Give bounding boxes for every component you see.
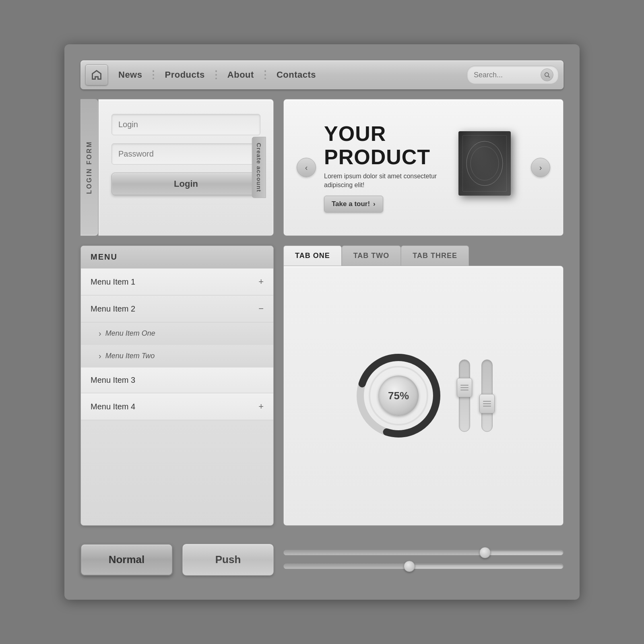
menu-item-1-label: Menu Item 1	[91, 277, 135, 287]
nav-news[interactable]: News	[111, 70, 149, 80]
next-arrow[interactable]: ›	[531, 158, 550, 177]
thumb-line-1	[460, 385, 469, 386]
nav-separator-2	[215, 68, 217, 81]
product-box-image	[458, 131, 523, 204]
h-slider-1-fill	[284, 550, 485, 555]
banner-text: YOUR PRODUCT Lorem ipsum dolor sit amet …	[324, 122, 449, 212]
nav-about[interactable]: About	[220, 70, 261, 80]
search-input[interactable]	[474, 71, 538, 79]
password-input[interactable]	[111, 143, 260, 165]
nav-contacts[interactable]: Contacts	[269, 70, 323, 80]
menu-item-2[interactable]: Menu Item 2 −	[81, 295, 273, 322]
vertical-slider-1-track[interactable]	[459, 359, 470, 432]
home-button[interactable]	[85, 64, 108, 85]
thumb-line-6	[483, 406, 491, 407]
create-account-tab[interactable]: Create account	[252, 137, 266, 198]
banner-title: YOUR PRODUCT	[324, 122, 449, 168]
vertical-slider-1-thumb[interactable]	[457, 378, 472, 397]
login-wrapper: LOGIN FORM Login Create account	[80, 99, 274, 236]
thumb-line-4	[483, 401, 491, 402]
vertical-slider-2-track[interactable]	[481, 359, 493, 432]
h-slider-2-track[interactable]	[283, 564, 564, 569]
thumb-line-3	[460, 390, 469, 390]
menu-item-4-label: Menu Item 4	[91, 402, 135, 411]
buttons-section: Normal Push	[80, 544, 274, 576]
nav-separator-1	[153, 68, 154, 81]
nav-products[interactable]: Products	[157, 70, 212, 80]
login-button[interactable]: Login	[111, 173, 260, 195]
dial-value: 75%	[378, 376, 419, 416]
h-slider-1-track[interactable]	[283, 550, 564, 555]
menu-panel: MENU Menu Item 1 + Menu Item 2 − Menu It…	[80, 246, 274, 526]
svg-point-2	[466, 141, 503, 186]
banner-content: YOUR PRODUCT Lorem ipsum dolor sit amet …	[316, 122, 531, 212]
menu-sub-item-one[interactable]: Menu Item One	[81, 322, 273, 345]
h-slider-1-thumb[interactable]	[479, 547, 491, 558]
horizontal-sliders	[283, 550, 564, 569]
svg-point-0	[545, 73, 549, 76]
row2: MENU Menu Item 1 + Menu Item 2 − Menu It…	[80, 246, 564, 526]
menu-header: MENU	[81, 246, 273, 268]
svg-point-3	[471, 147, 499, 180]
normal-button[interactable]: Normal	[80, 544, 173, 576]
banner-cta-button[interactable]: Take a tour! ›	[324, 196, 383, 213]
tab-content: 75%	[283, 266, 564, 526]
product-banner: ‹ YOUR PRODUCT Lorem ipsum dolor sit ame…	[283, 99, 564, 236]
menu-item-3-label: Menu Item 3	[91, 376, 135, 385]
search-box	[467, 66, 559, 84]
tab-two-button[interactable]: TAB TWO	[342, 246, 401, 266]
tab-one-button[interactable]: TAB ONE	[283, 246, 342, 266]
prev-arrow[interactable]: ‹	[297, 158, 316, 177]
row3: Normal Push	[80, 535, 564, 584]
h-slider-2-thumb[interactable]	[404, 561, 415, 572]
tabs-panel: TAB ONE TAB TWO TAB THREE 75%	[283, 246, 564, 526]
tabs-header: TAB ONE TAB TWO TAB THREE	[283, 246, 564, 266]
dial-container[interactable]: 75%	[354, 351, 443, 440]
menu-item-2-collapse-icon: −	[258, 303, 264, 314]
row1: LOGIN FORM Login Create account ‹ YOUR P…	[80, 99, 564, 236]
menu-item-3[interactable]: Menu Item 3	[81, 367, 273, 393]
main-container: News Products About Contacts LOGIN FORM …	[64, 44, 580, 600]
svg-line-1	[548, 76, 550, 78]
navbar: News Products About Contacts	[80, 60, 564, 89]
menu-item-4[interactable]: Menu Item 4 +	[81, 393, 273, 420]
nav-separator-3	[264, 68, 266, 81]
vertical-slider-2[interactable]	[481, 359, 493, 432]
login-input[interactable]	[111, 114, 260, 135]
menu-item-4-expand-icon: +	[258, 401, 264, 412]
vertical-slider-2-thumb[interactable]	[479, 394, 495, 413]
vertical-slider-1[interactable]	[459, 359, 470, 432]
tab-three-button[interactable]: TAB THREE	[401, 246, 469, 266]
menu-item-2-label: Menu Item 2	[91, 304, 135, 314]
login-form-box: Login Create account	[98, 99, 274, 236]
thumb-line-5	[483, 403, 491, 404]
search-button[interactable]	[541, 68, 553, 81]
push-button[interactable]: Push	[182, 544, 274, 576]
menu-item-1-expand-icon: +	[258, 277, 264, 287]
menu-sub-item-two[interactable]: Menu Item Two	[81, 345, 273, 367]
vertical-sliders	[459, 359, 493, 432]
menu-item-1[interactable]: Menu Item 1 +	[81, 268, 273, 295]
thumb-line-2	[460, 387, 469, 388]
h-slider-2-fill	[284, 564, 409, 569]
banner-subtitle: Lorem ipsum dolor sit amet consectetur a…	[324, 172, 449, 190]
login-side-label: LOGIN FORM	[80, 99, 98, 236]
